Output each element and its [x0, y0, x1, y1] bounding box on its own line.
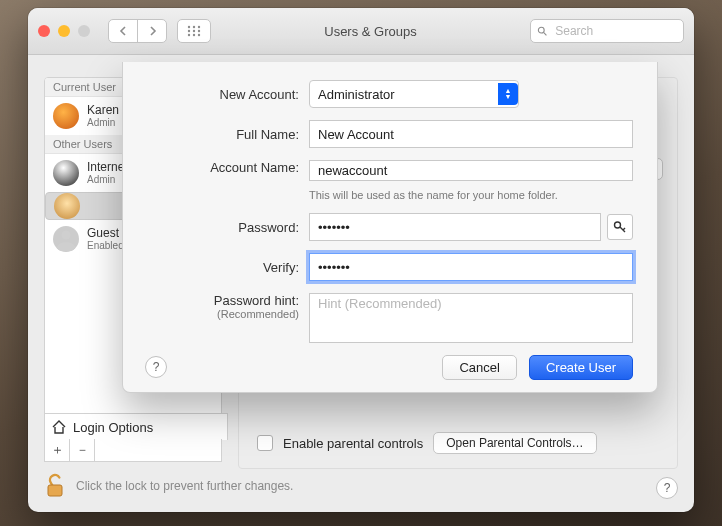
lock-row: Click the lock to prevent further change…	[44, 473, 293, 499]
account-name-hint: This will be used as the name for your h…	[309, 189, 558, 201]
svg-rect-12	[48, 485, 62, 496]
label-password: Password:	[147, 220, 309, 235]
account-type-select[interactable]: Administrator ▲▼	[309, 80, 519, 108]
svg-point-5	[198, 30, 200, 32]
svg-point-13	[615, 222, 621, 228]
nav-back-forward	[108, 19, 167, 43]
show-all-button[interactable]	[177, 19, 211, 43]
svg-point-4	[193, 30, 195, 32]
new-account-sheet: New Account: Administrator ▲▼ Full Name:…	[122, 62, 658, 393]
svg-line-10	[544, 33, 547, 36]
svg-point-7	[193, 34, 195, 36]
add-user-button[interactable]: ＋	[45, 439, 70, 461]
label-password-hint: Password hint: (Recommended)	[147, 293, 309, 320]
account-type-value: Administrator	[318, 87, 395, 102]
avatar	[53, 103, 79, 129]
user-name: Karen	[87, 104, 119, 117]
avatar	[53, 226, 79, 252]
parental-controls-checkbox[interactable]	[257, 435, 273, 451]
parental-controls-label: Enable parental controls	[283, 436, 423, 451]
minimize-window-icon[interactable]	[58, 25, 70, 37]
full-name-input[interactable]	[309, 120, 633, 148]
avatar	[53, 160, 79, 186]
svg-point-2	[198, 26, 200, 28]
help-button[interactable]: ?	[656, 477, 678, 499]
search-icon	[537, 25, 547, 37]
create-user-button[interactable]: Create User	[529, 355, 633, 380]
svg-point-9	[538, 27, 544, 33]
svg-point-11	[62, 231, 71, 240]
search-input[interactable]	[553, 23, 677, 39]
svg-point-1	[193, 26, 195, 28]
back-button[interactable]	[109, 20, 137, 42]
password-input[interactable]	[309, 213, 601, 241]
remove-user-button[interactable]: －	[70, 439, 95, 461]
user-name: Guest	[87, 227, 124, 240]
window-traffic-lights	[38, 25, 90, 37]
svg-point-8	[198, 34, 200, 36]
user-role: Enabled	[87, 240, 124, 251]
window-title: Users & Groups	[221, 24, 520, 39]
svg-point-3	[188, 30, 190, 32]
open-parental-controls-button[interactable]: Open Parental Controls…	[433, 432, 596, 454]
zoom-window-icon	[78, 25, 90, 37]
key-icon	[613, 220, 627, 234]
login-options-label: Login Options	[73, 420, 153, 435]
user-role: Admin	[87, 117, 119, 128]
titlebar: Users & Groups	[28, 8, 694, 55]
home-icon	[51, 419, 67, 435]
search-field[interactable]	[530, 19, 684, 43]
password-hint-input[interactable]	[309, 293, 633, 343]
lock-open-icon[interactable]	[44, 473, 66, 499]
password-assistant-button[interactable]	[607, 214, 633, 240]
account-name-input[interactable]	[309, 160, 633, 181]
label-full-name: Full Name:	[147, 127, 309, 142]
close-window-icon[interactable]	[38, 25, 50, 37]
sheet-help-button[interactable]: ?	[145, 356, 167, 378]
verify-password-input[interactable]	[309, 253, 633, 281]
label-account-name: Account Name:	[147, 160, 309, 175]
svg-point-0	[188, 26, 190, 28]
add-remove-bar: ＋ －	[44, 439, 222, 462]
login-options[interactable]: Login Options	[44, 413, 228, 440]
cancel-button[interactable]: Cancel	[442, 355, 516, 380]
svg-point-6	[188, 34, 190, 36]
label-verify: Verify:	[147, 260, 309, 275]
prefs-window: Users & Groups Current User Karen Admin …	[28, 8, 694, 512]
forward-button[interactable]	[137, 20, 166, 42]
label-new-account: New Account:	[147, 87, 309, 102]
chevron-updown-icon: ▲▼	[498, 83, 518, 105]
lock-text: Click the lock to prevent further change…	[76, 479, 293, 493]
avatar	[54, 193, 80, 219]
